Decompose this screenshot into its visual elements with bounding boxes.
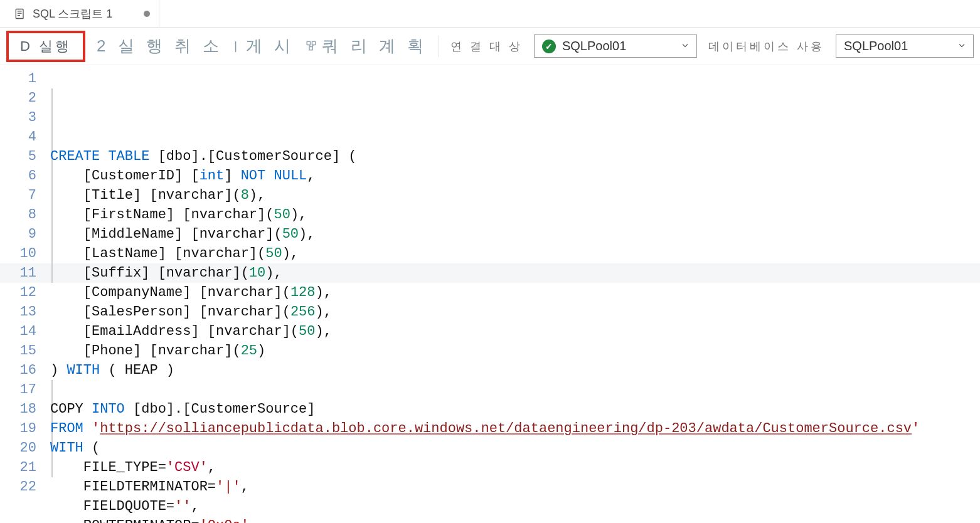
line-number: 3 <box>0 108 36 127</box>
svg-rect-5 <box>312 41 316 45</box>
line-number: 5 <box>0 147 36 166</box>
code-line[interactable]: FIELDTERMINATOR='|', <box>50 477 980 497</box>
line-number: 22 <box>0 477 36 497</box>
toolbar: D 실행 2 실 행 취 소 | 게 시 쿼 리 계 획 연 결 대 상 ✓ S… <box>0 28 980 65</box>
line-number: 17 <box>0 380 36 399</box>
line-number: 13 <box>0 302 36 322</box>
code-line[interactable]: [CustomerID] [int] NOT NULL, <box>50 166 980 186</box>
line-number: 15 <box>0 341 36 361</box>
line-number: 16 <box>0 361 36 380</box>
code-line[interactable] <box>50 380 980 399</box>
line-number: 10 <box>0 244 36 263</box>
line-number: 18 <box>0 399 36 419</box>
cancel-button[interactable]: 2 실 행 취 소 <box>97 35 223 57</box>
code-line[interactable]: COPY INTO [dbo].[CustomerSource] <box>50 399 980 419</box>
use-database-value: SQLPool01 <box>844 39 908 53</box>
tab-sql-script[interactable]: SQL 스크립트 1 <box>5 0 159 27</box>
code-line[interactable]: WITH ( <box>50 438 980 458</box>
code-line[interactable]: ROWTERMINATOR='0x0a', <box>50 516 980 523</box>
line-number: 7 <box>0 186 36 205</box>
query-plan-icon <box>306 36 317 56</box>
code-line[interactable]: FILE_TYPE='CSV', <box>50 458 980 477</box>
code-line[interactable]: [SalesPerson] [nvarchar](256), <box>50 302 980 322</box>
code-line[interactable]: [EmailAddress] [nvarchar](50), <box>50 322 980 341</box>
line-number: 4 <box>0 127 36 147</box>
toolbar-separator <box>439 36 439 57</box>
line-number: 12 <box>0 283 36 302</box>
use-database-dropdown[interactable]: SQLPool01 <box>836 34 974 58</box>
connect-to-value: SQLPool01 <box>562 39 626 53</box>
line-number: 20 <box>0 438 36 458</box>
chevron-down-icon <box>957 39 967 53</box>
unsaved-indicator-icon <box>144 11 150 17</box>
svg-rect-6 <box>309 47 312 50</box>
code-line[interactable]: FROM 'https://solliancepublicdata.blob.c… <box>50 419 980 438</box>
query-plan-button[interactable]: 쿼 리 계 획 <box>306 35 427 57</box>
line-number: 9 <box>0 225 36 244</box>
code-line[interactable]: FIELDQUOTE='', <box>50 497 980 516</box>
tab-bar: SQL 스크립트 1 <box>0 0 980 28</box>
connect-to-dropdown[interactable]: ✓ SQLPool01 <box>534 34 697 58</box>
line-number: 1 <box>0 69 36 88</box>
chevron-down-icon <box>680 39 690 53</box>
code-line[interactable]: [MiddleName] [nvarchar](50), <box>50 225 980 244</box>
use-database-label: 데이터베이스 사용 <box>708 39 824 54</box>
line-number: 11 <box>0 263 36 283</box>
code-line[interactable]: [LastName] [nvarchar](50), <box>50 244 980 263</box>
code-content[interactable]: CREATE TABLE [dbo].[CustomerSource] ( [C… <box>45 69 980 523</box>
line-number: 14 <box>0 322 36 341</box>
code-editor[interactable]: 12345678910111213141516171819202122 CREA… <box>0 65 980 523</box>
connect-to-label: 연 결 대 상 <box>450 39 523 54</box>
tab-title: SQL 스크립트 1 <box>33 6 112 21</box>
line-number: 19 <box>0 419 36 438</box>
line-number: 8 <box>0 205 36 225</box>
code-line[interactable]: [Title] [nvarchar](8), <box>50 186 980 205</box>
line-number: 6 <box>0 166 36 186</box>
publish-button[interactable]: | 게 시 <box>234 35 294 57</box>
line-number-gutter: 12345678910111213141516171819202122 <box>0 69 45 523</box>
svg-rect-0 <box>16 9 23 18</box>
code-line[interactable]: [CompanyName] [nvarchar](128), <box>50 283 980 302</box>
code-line[interactable]: [Suffix] [nvarchar](10), <box>50 263 980 283</box>
script-icon <box>14 8 26 20</box>
status-ok-icon: ✓ <box>542 40 556 53</box>
svg-rect-4 <box>307 41 311 45</box>
code-line[interactable]: [Phone] [nvarchar](25) <box>50 341 980 361</box>
code-line[interactable]: [FirstName] [nvarchar](50), <box>50 205 980 225</box>
code-line[interactable]: CREATE TABLE [dbo].[CustomerSource] ( <box>50 147 980 166</box>
line-number: 21 <box>0 458 36 477</box>
line-number: 2 <box>0 88 36 108</box>
code-line[interactable]: ) WITH ( HEAP ) <box>50 361 980 380</box>
run-button[interactable]: D 실행 <box>6 31 85 62</box>
